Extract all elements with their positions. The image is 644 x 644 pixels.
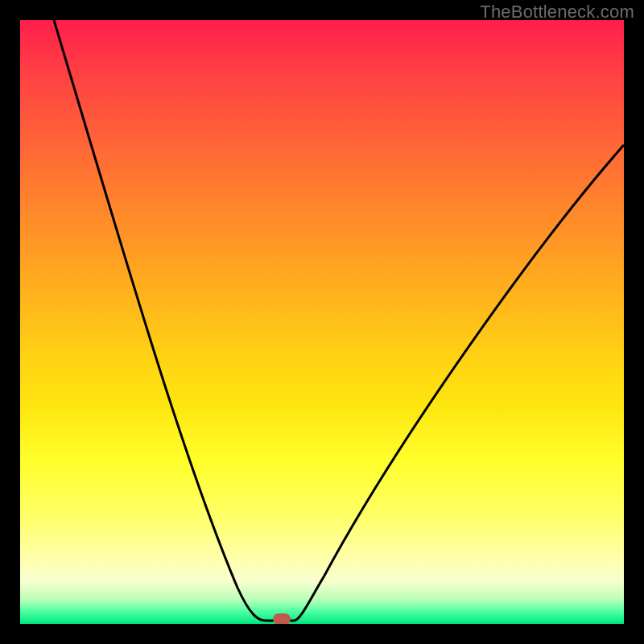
chart-frame: TheBottleneck.com bbox=[0, 0, 644, 644]
bottleneck-marker bbox=[273, 613, 291, 624]
bottleneck-curve bbox=[20, 20, 624, 624]
plot-area bbox=[20, 20, 624, 624]
curve-path bbox=[54, 20, 624, 621]
